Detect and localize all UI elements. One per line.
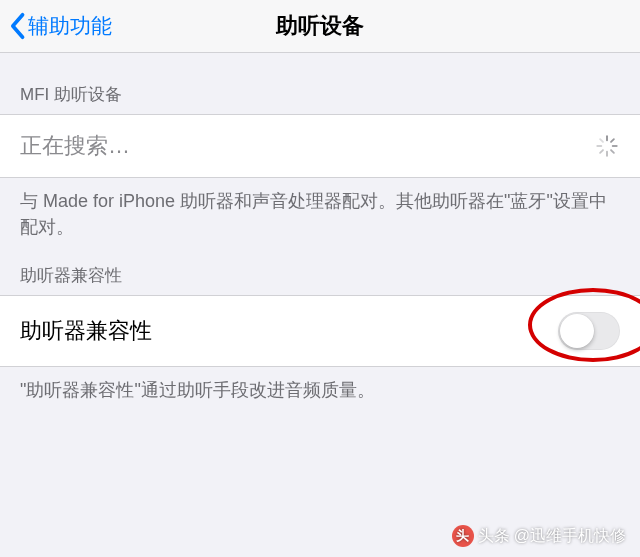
svg-line-5 [600,150,603,153]
svg-line-7 [600,139,603,142]
watermark-text: @迅维手机快修 [514,526,626,547]
watermark-prefix: 头条 [478,526,510,547]
svg-line-1 [611,139,614,142]
chevron-left-icon [8,12,26,40]
switch-knob [560,314,594,348]
nav-bar: 辅助功能 助听设备 [0,0,640,53]
watermark-logo-icon: 头 [452,525,474,547]
back-label: 辅助功能 [28,12,112,40]
compat-label: 助听器兼容性 [20,316,152,346]
svg-line-3 [611,150,614,153]
compat-switch[interactable] [558,312,620,350]
searching-cell: 正在搜索… [0,114,640,178]
section-header-compat: 助听器兼容性 [0,240,640,295]
spinner-icon [594,133,620,159]
back-button[interactable]: 辅助功能 [0,12,112,40]
watermark: 头 头条 @迅维手机快修 [452,525,626,547]
section-footer-compat: "助听器兼容性"通过助听手段改进音频质量。 [0,367,640,403]
compat-cell: 助听器兼容性 [0,295,640,367]
section-footer-mfi: 与 Made for iPhone 助听器和声音处理器配对。其他助听器在"蓝牙"… [0,178,640,240]
section-header-mfi: MFI 助听设备 [0,53,640,114]
searching-label: 正在搜索… [20,131,130,161]
